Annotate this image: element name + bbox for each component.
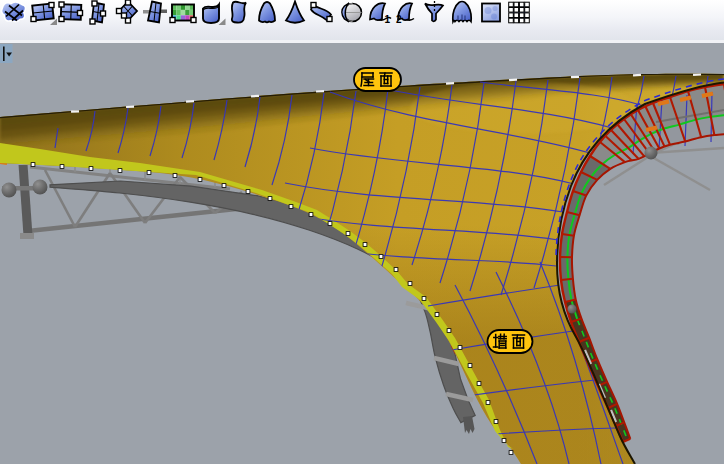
svg-text:2: 2 bbox=[396, 14, 402, 25]
svg-text:1: 1 bbox=[385, 14, 391, 25]
